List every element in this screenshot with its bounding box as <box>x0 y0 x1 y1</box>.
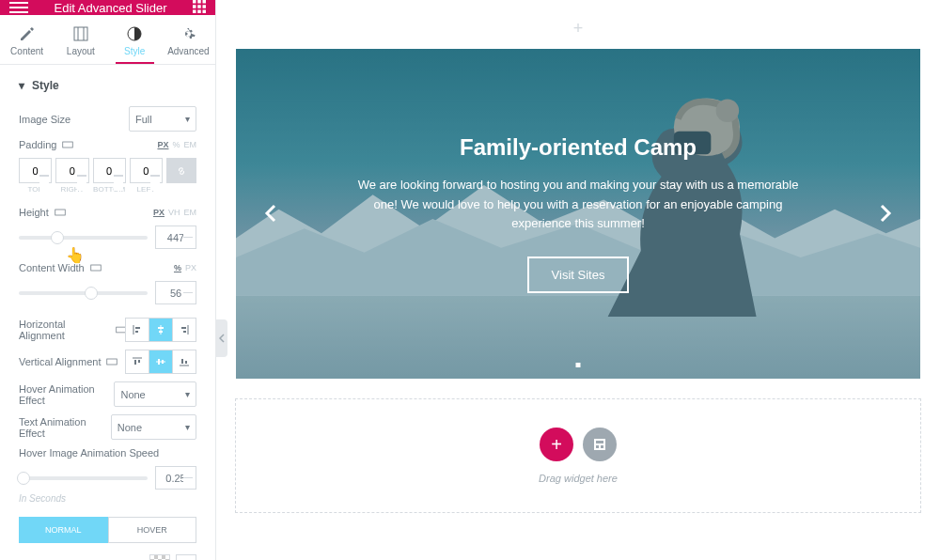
overlay-color-clear[interactable] <box>176 554 196 560</box>
caret-down-icon: ▾ <box>19 79 24 92</box>
state-tab-normal[interactable]: NORMAL <box>19 517 108 543</box>
link-padding-icon[interactable] <box>166 158 196 183</box>
label-text-anim: Text Animation Effect <box>19 416 111 439</box>
svg-rect-13 <box>63 142 73 148</box>
hover-speed-hint: In Seconds <box>19 493 196 504</box>
svg-rect-15 <box>90 265 101 271</box>
add-section-top[interactable]: + <box>235 9 921 48</box>
height-slider[interactable] <box>19 236 148 240</box>
label-v-align: Vertical Alignment <box>19 356 118 367</box>
slide-title: Family-oriented Camp <box>460 134 697 161</box>
select-hover-anim[interactable]: None▾ <box>114 381 196 407</box>
tab-layout[interactable]: Layout <box>54 15 107 64</box>
hover-speed-value[interactable]: 0.25 <box>155 466 196 490</box>
contrast-icon <box>108 26 162 41</box>
svg-rect-9 <box>74 27 87 40</box>
h-align-left[interactable] <box>125 318 149 342</box>
content-width-units[interactable]: % PX <box>174 263 196 272</box>
svg-rect-8 <box>203 10 207 14</box>
padding-top-input[interactable] <box>19 158 52 183</box>
label-hover-speed: Hover Image Animation Speed <box>19 447 196 459</box>
label-hover-anim: Hover Animation Effect <box>19 383 114 406</box>
slide-description: We are looking forward to hosting you an… <box>352 176 804 234</box>
h-align-right[interactable] <box>172 318 196 342</box>
desktop-icon <box>55 207 66 218</box>
svg-rect-3 <box>193 5 196 8</box>
drop-hint: Drag widget here <box>264 473 892 484</box>
tab-label: Style <box>124 46 145 56</box>
tab-style[interactable]: Style <box>108 15 162 64</box>
svg-rect-6 <box>193 10 196 14</box>
svg-rect-4 <box>197 5 201 8</box>
tab-label: Layout <box>67 46 95 56</box>
menu-burger-icon[interactable] <box>9 2 28 13</box>
svg-rect-1 <box>197 0 201 4</box>
select-image-size[interactable]: Full▾ <box>129 106 196 132</box>
tab-label: Content <box>10 46 43 56</box>
svg-rect-20 <box>107 359 118 365</box>
section-toggle-style[interactable]: ▾ Style <box>0 65 215 106</box>
label-padding: Padding <box>19 139 73 150</box>
select-text-anim[interactable]: None▾ <box>111 414 196 440</box>
svg-rect-2 <box>203 0 207 4</box>
height-units[interactable]: PX VH EM <box>153 208 196 217</box>
slider-prev-arrow[interactable] <box>250 193 291 236</box>
v-align-bottom[interactable] <box>172 350 196 374</box>
state-tab-hover[interactable]: HOVER <box>108 517 197 543</box>
tabs: Content Layout Style Advanced <box>0 15 215 65</box>
svg-rect-16 <box>116 327 125 333</box>
label-h-align: Horizontal Alignment <box>19 319 126 341</box>
sidebar-collapse-handle[interactable] <box>216 319 227 357</box>
pencil-icon <box>0 26 54 41</box>
tab-label: Advanced <box>167 46 209 56</box>
label-content-width: Content Width <box>19 262 102 273</box>
desktop-icon <box>106 356 118 367</box>
desktop-icon <box>90 262 102 273</box>
add-widget-button[interactable]: + <box>540 428 573 461</box>
v-align-middle[interactable] <box>149 350 173 374</box>
hover-speed-slider[interactable] <box>19 476 148 480</box>
apps-icon[interactable] <box>193 0 206 15</box>
svg-rect-7 <box>197 10 201 14</box>
drop-zone[interactable]: + Drag widget here <box>235 398 921 513</box>
sidebar-header: Edit Advanced Slider <box>0 0 215 15</box>
tab-advanced[interactable]: Advanced <box>162 15 215 64</box>
desktop-icon <box>62 139 73 150</box>
v-align-top[interactable] <box>125 350 149 374</box>
padding-right-input[interactable] <box>55 158 88 183</box>
header-title: Edit Advanced Slider <box>28 1 193 15</box>
height-value[interactable]: 447 <box>155 226 196 249</box>
slider-next-arrow[interactable] <box>865 193 906 236</box>
svg-rect-0 <box>193 0 196 4</box>
section-title: Style <box>32 79 59 92</box>
gear-icon <box>162 26 215 41</box>
slide-cta-button[interactable]: Visit Sites <box>527 257 630 293</box>
content-width-value[interactable]: 56 <box>155 281 196 304</box>
content-width-slider[interactable] <box>19 291 148 295</box>
label-height: Height <box>19 207 66 218</box>
tab-content[interactable]: Content <box>0 15 54 64</box>
label-image-size: Image Size <box>19 114 70 125</box>
slider-pagination[interactable] <box>576 363 581 367</box>
svg-rect-14 <box>55 210 66 215</box>
padding-bottom-input[interactable] <box>93 158 126 183</box>
layout-icon <box>54 26 107 41</box>
padding-left-input[interactable] <box>130 158 163 183</box>
svg-rect-5 <box>203 5 207 8</box>
overlay-color-swatch[interactable] <box>149 554 170 560</box>
advanced-slider-widget[interactable]: Family-oriented Camp We are looking forw… <box>235 48 921 380</box>
h-align-center[interactable] <box>149 318 173 342</box>
padding-units[interactable]: PX % EM <box>157 140 196 149</box>
add-template-button[interactable] <box>583 428 617 461</box>
